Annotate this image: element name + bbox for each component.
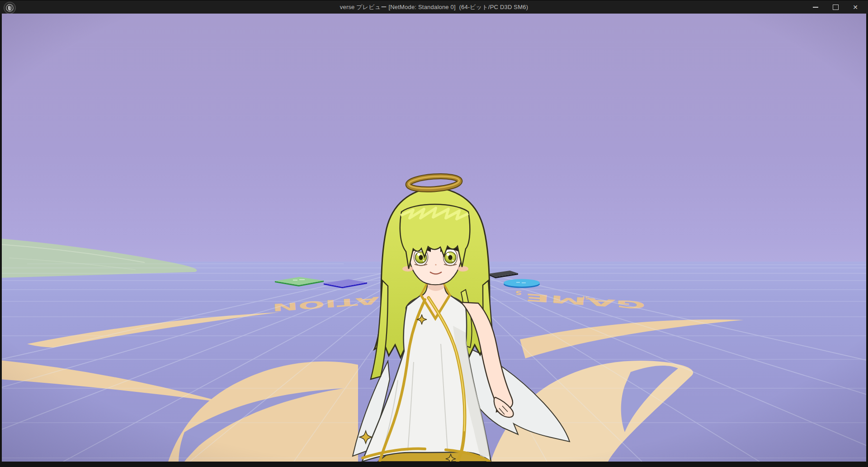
- window-border-right: [866, 14, 868, 467]
- game-viewport[interactable]: GAME ATION S SI: [0, 14, 868, 462]
- window-border-bottom: [0, 462, 868, 467]
- titlebar: verse プレビュー [NetMode: Standalone 0] (64-…: [0, 0, 868, 14]
- vignette: [0, 14, 868, 462]
- close-icon: ✕: [853, 4, 858, 11]
- window-controls: ✕: [806, 0, 865, 14]
- maximize-icon: [833, 5, 839, 10]
- unreal-engine-logo-icon: [4, 2, 16, 14]
- app-window: verse プレビュー [NetMode: Standalone 0] (64-…: [0, 0, 868, 467]
- minimize-icon: [813, 7, 818, 8]
- maximize-button[interactable]: [826, 0, 845, 14]
- minimize-button[interactable]: [806, 0, 826, 14]
- close-button[interactable]: ✕: [845, 0, 865, 14]
- window-border-left: [0, 14, 2, 467]
- window-title: verse プレビュー [NetMode: Standalone 0] (64-…: [340, 3, 528, 11]
